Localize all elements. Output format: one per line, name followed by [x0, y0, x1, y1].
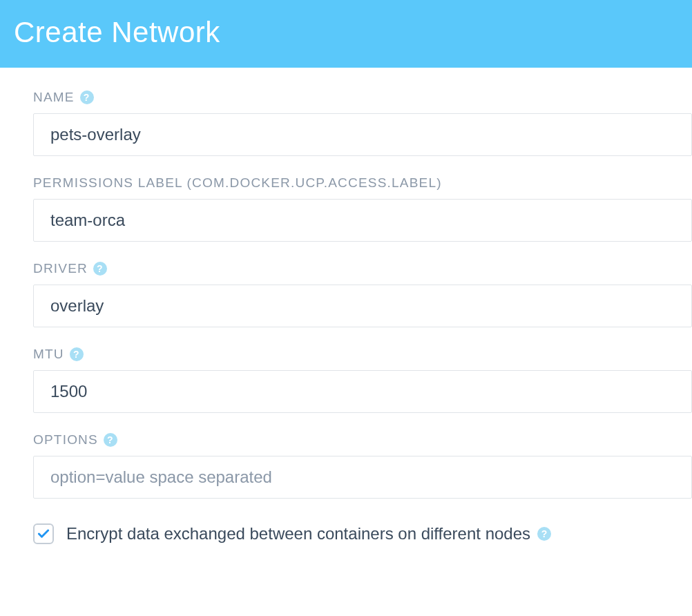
check-icon [37, 527, 50, 541]
options-field-group: OPTIONS ? [33, 432, 692, 499]
create-network-form: NAME ? PERMISSIONS LABEL (COM.DOCKER.UCP… [0, 68, 692, 544]
permissions-label-text: PERMISSIONS LABEL (COM.DOCKER.UCP.ACCESS… [33, 175, 442, 191]
permissions-label: PERMISSIONS LABEL (COM.DOCKER.UCP.ACCESS… [33, 175, 692, 191]
encrypt-label: Encrypt data exchanged between container… [66, 524, 551, 543]
driver-label: DRIVER ? [33, 261, 692, 276]
driver-input[interactable] [33, 285, 692, 327]
page-header: Create Network [0, 0, 692, 68]
help-icon[interactable]: ? [93, 262, 107, 276]
mtu-input[interactable] [33, 370, 692, 413]
permissions-input[interactable] [33, 199, 692, 242]
page-title: Create Network [14, 16, 220, 49]
driver-field-group: DRIVER ? [33, 261, 692, 327]
driver-label-text: DRIVER [33, 261, 88, 276]
help-icon[interactable]: ? [104, 433, 117, 447]
name-label: NAME ? [33, 90, 692, 105]
options-input[interactable] [33, 456, 692, 499]
help-icon[interactable]: ? [70, 347, 84, 361]
options-label: OPTIONS ? [33, 432, 692, 447]
mtu-field-group: MTU ? [33, 347, 692, 413]
encrypt-checkbox-row: Encrypt data exchanged between container… [33, 523, 692, 544]
encrypt-label-text: Encrypt data exchanged between container… [66, 524, 530, 543]
help-icon[interactable]: ? [537, 527, 551, 541]
name-input[interactable] [33, 113, 692, 156]
permissions-field-group: PERMISSIONS LABEL (COM.DOCKER.UCP.ACCESS… [33, 175, 692, 242]
mtu-label: MTU ? [33, 347, 692, 362]
help-icon[interactable]: ? [80, 90, 94, 104]
name-field-group: NAME ? [33, 90, 692, 156]
encrypt-checkbox[interactable] [33, 523, 54, 544]
mtu-label-text: MTU [33, 347, 64, 362]
options-label-text: OPTIONS [33, 432, 98, 447]
name-label-text: NAME [33, 90, 75, 105]
